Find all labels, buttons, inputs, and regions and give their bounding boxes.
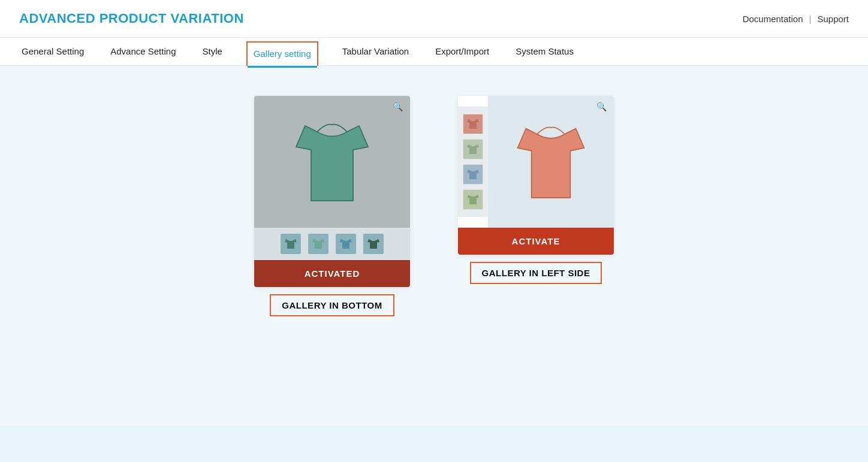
- gallery-left-card: 🔍 ACTIVATE GALLERY IN LEFT SIDE: [452, 96, 620, 284]
- thumb-bottom-3[interactable]: [336, 234, 356, 254]
- documentation-link[interactable]: Documentation: [743, 14, 803, 24]
- tshirt-bottom-svg: [293, 114, 371, 210]
- gallery-left-image-wrapper: 🔍 ACTIVATE: [458, 96, 614, 255]
- thumbnails-bottom-row: [254, 228, 410, 260]
- tab-gallery[interactable]: Gallery setting: [246, 41, 318, 66]
- left-thumb-4[interactable]: [463, 189, 483, 210]
- left-main-display: 🔍: [488, 96, 614, 228]
- gallery-bottom-label: GALLERY IN BOTTOM: [270, 294, 394, 316]
- gallery-left-main-image: 🔍: [458, 96, 614, 228]
- left-thumb-1[interactable]: [463, 114, 483, 134]
- activate-button[interactable]: ACTIVATE: [458, 228, 614, 255]
- gallery-bottom-card: 🔍: [248, 96, 416, 316]
- tab-system[interactable]: System Status: [513, 38, 576, 65]
- tab-advance[interactable]: Advance Setting: [108, 38, 178, 65]
- thumb-bottom-1[interactable]: [281, 234, 301, 254]
- tshirt-left-svg: [515, 117, 587, 207]
- gallery-left-label: GALLERY IN LEFT SIDE: [470, 262, 602, 284]
- activated-button[interactable]: ACTIVATED: [254, 260, 410, 287]
- tab-tabular[interactable]: Tabular Variation: [340, 38, 411, 65]
- header-links: Documentation | Support: [743, 14, 849, 24]
- zoom-icon-bottom[interactable]: 🔍: [393, 102, 403, 111]
- left-thumb-2[interactable]: [463, 139, 483, 159]
- app-title: ADVANCED PRODUCT VARIATION: [19, 11, 244, 26]
- header: ADVANCED PRODUCT VARIATION Documentation…: [0, 0, 868, 38]
- main-content: 🔍: [0, 66, 868, 425]
- gallery-bottom-main-image: 🔍: [254, 96, 410, 228]
- thumb-bottom-4[interactable]: [363, 234, 384, 254]
- support-link[interactable]: Support: [817, 14, 849, 24]
- app-wrapper: ADVANCED PRODUCT VARIATION Documentation…: [0, 0, 868, 462]
- tshirt-bottom-main: [284, 102, 380, 222]
- tab-style[interactable]: Style: [200, 38, 224, 65]
- tab-general[interactable]: General Setting: [19, 38, 86, 65]
- nav-bar: General Setting Advance Setting Style Ga…: [0, 38, 868, 66]
- gallery-bottom-image-wrapper: 🔍: [254, 96, 410, 287]
- zoom-icon-left[interactable]: 🔍: [596, 102, 607, 111]
- header-divider: |: [809, 14, 812, 24]
- left-thumbs-col: [458, 107, 488, 217]
- tab-export[interactable]: Export/Import: [433, 38, 492, 65]
- left-thumb-3[interactable]: [463, 164, 483, 185]
- thumb-bottom-2[interactable]: [308, 234, 328, 254]
